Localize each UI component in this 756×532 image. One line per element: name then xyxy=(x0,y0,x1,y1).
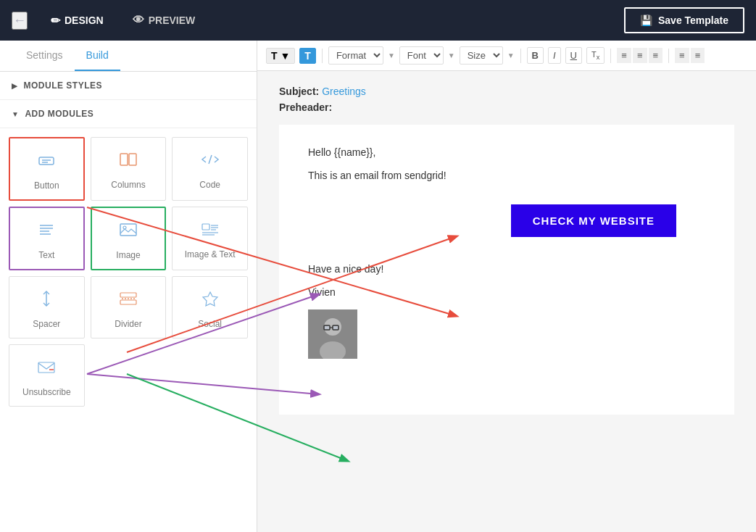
button-icon xyxy=(36,150,57,175)
divider-label: Divider xyxy=(115,319,141,329)
columns-label: Columns xyxy=(111,180,145,190)
closing-text: Have a nice day! xyxy=(308,263,705,275)
panel-content: ▶ MODULE STYLES ▼ ADD MODULES xyxy=(0,72,257,532)
spacer-label: Spacer xyxy=(33,319,60,329)
subject-label: Subject: xyxy=(279,86,319,97)
svg-rect-29 xyxy=(333,325,338,330)
save-icon: 💾 xyxy=(640,14,652,26)
svg-rect-19 xyxy=(120,293,136,297)
svg-rect-28 xyxy=(324,325,330,330)
panel-tabs: Settings Build xyxy=(0,41,257,72)
divider-icon xyxy=(118,288,138,313)
toolbar-divider-3 xyxy=(610,49,611,63)
svg-rect-20 xyxy=(120,300,136,304)
module-text[interactable]: Text xyxy=(9,207,85,270)
svg-rect-23 xyxy=(38,362,54,373)
code-label: Code xyxy=(199,180,220,190)
module-button[interactable]: Button xyxy=(9,137,85,201)
text-icon xyxy=(36,220,57,244)
email-meta: Subject: Greetings Preheader: xyxy=(279,86,734,113)
preview-label: PREVIEW xyxy=(149,14,196,26)
spacer-icon xyxy=(36,288,57,313)
unordered-list-button[interactable]: ≡ xyxy=(675,48,689,63)
svg-line-5 xyxy=(209,155,212,164)
social-icon xyxy=(200,288,220,313)
image-text-icon xyxy=(200,219,220,244)
module-social[interactable]: Social xyxy=(172,276,248,338)
add-modules-label: ADD MODULES xyxy=(25,109,94,119)
align-center-button[interactable]: ≡ xyxy=(633,48,647,63)
module-image[interactable]: Image xyxy=(91,207,167,270)
svg-rect-12 xyxy=(202,224,209,230)
design-icon: ✏ xyxy=(51,14,60,28)
format-select[interactable]: Format xyxy=(328,46,383,65)
svg-marker-22 xyxy=(203,292,217,306)
svg-rect-10 xyxy=(120,224,136,236)
size-select[interactable]: Size xyxy=(460,46,503,65)
toolbar-divider-2 xyxy=(520,49,521,63)
back-button[interactable]: ← xyxy=(12,12,28,30)
image-text-label: Image & Text xyxy=(185,249,236,259)
module-code[interactable]: Code xyxy=(172,137,248,201)
top-nav: ← ✏ DESIGN 👁 PREVIEW 💾 Save Template xyxy=(0,0,756,41)
preview-icon: 👁 xyxy=(133,14,144,27)
preview-tab[interactable]: 👁 PREVIEW xyxy=(127,11,202,30)
module-image-text[interactable]: Image & Text xyxy=(172,207,248,270)
greeting-text: Hello {{name}}, xyxy=(308,146,705,158)
chevron-down-icon: ▼ xyxy=(12,110,19,118)
chevron-right-icon: ▶ xyxy=(12,82,18,90)
font-chevron: ▼ xyxy=(448,51,455,59)
align-group: ≡ ≡ ≡ xyxy=(617,48,662,63)
strikethrough-button[interactable]: Tx xyxy=(586,47,605,64)
build-tab[interactable]: Build xyxy=(75,41,120,71)
svg-rect-0 xyxy=(39,157,54,165)
text-active-button[interactable]: T xyxy=(299,48,316,64)
toolbar-divider-4 xyxy=(668,49,669,63)
avatar xyxy=(308,309,357,359)
bold-button[interactable]: B xyxy=(527,47,544,64)
add-modules-section[interactable]: ▼ ADD MODULES xyxy=(0,100,257,128)
right-panel: T ▼ T Format ▼ Font ▼ Size ▼ B I U Tx ≡ … xyxy=(257,41,756,532)
module-spacer[interactable]: Spacer xyxy=(9,276,85,338)
toolbar: T ▼ T Format ▼ Font ▼ Size ▼ B I U Tx ≡ … xyxy=(257,41,756,71)
save-template-button[interactable]: 💾 Save Template xyxy=(624,7,744,33)
subject-value: Greetings xyxy=(322,86,366,97)
ordered-list-button[interactable]: ≡ xyxy=(691,48,705,63)
image-label: Image xyxy=(116,250,140,260)
body-text: This is an email from sendgrid! xyxy=(308,170,705,181)
unsubscribe-icon xyxy=(36,357,57,381)
font-select[interactable]: Font xyxy=(399,46,444,65)
text-type-button[interactable]: T ▼ xyxy=(266,48,295,64)
settings-tab[interactable]: Settings xyxy=(14,41,75,71)
module-divider[interactable]: Divider xyxy=(91,276,167,338)
module-styles-label: MODULE STYLES xyxy=(24,80,103,91)
code-icon xyxy=(200,149,220,174)
email-area: Subject: Greetings Preheader: Hello {{na… xyxy=(257,71,756,532)
module-unsubscribe[interactable]: Unsubscribe xyxy=(9,344,85,407)
text-label: Text xyxy=(38,250,54,260)
signature-text: Vivien xyxy=(308,286,705,298)
design-tab[interactable]: ✏ DESIGN xyxy=(45,11,109,30)
list-group: ≡ ≡ xyxy=(675,48,705,63)
unsubscribe-label: Unsubscribe xyxy=(22,387,71,397)
format-chevron: ▼ xyxy=(388,51,395,59)
module-grid: Button Columns xyxy=(0,128,257,415)
preheader-label: Preheader: xyxy=(279,101,332,113)
button-label: Button xyxy=(34,180,59,191)
svg-rect-3 xyxy=(120,154,128,165)
italic-button[interactable]: I xyxy=(548,47,561,64)
svg-rect-4 xyxy=(129,154,136,165)
email-body: Hello {{name}}, This is an email from se… xyxy=(279,125,734,415)
toolbar-divider-1 xyxy=(322,49,323,63)
underline-button[interactable]: U xyxy=(565,47,582,64)
module-styles-section[interactable]: ▶ MODULE STYLES xyxy=(0,72,257,100)
columns-icon xyxy=(118,149,138,174)
align-left-button[interactable]: ≡ xyxy=(617,48,631,63)
back-icon: ← xyxy=(13,13,26,28)
module-columns[interactable]: Columns xyxy=(91,137,167,201)
align-right-button[interactable]: ≡ xyxy=(649,48,663,63)
design-label: DESIGN xyxy=(65,14,104,26)
social-label: Social xyxy=(198,319,222,329)
cta-button[interactable]: CHECK MY WEBSITE xyxy=(511,204,676,237)
image-icon xyxy=(118,220,138,244)
